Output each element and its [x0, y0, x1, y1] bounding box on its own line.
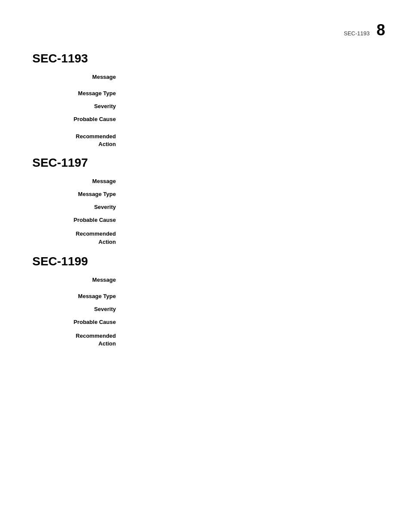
field-label-probable-cause-1199: Probable Cause	[32, 318, 123, 327]
field-row-recommended-action-1199: RecommendedAction	[32, 331, 385, 348]
field-row-probable-cause-1197: Probable Cause	[32, 216, 385, 225]
field-row-message-type-1193: Message Type	[32, 90, 385, 98]
header-section-ref: SEC-1193	[344, 30, 370, 37]
page-header: SEC-1193 8	[344, 22, 385, 38]
page-number: 8	[377, 22, 385, 38]
field-row-recommended-action-1197: RecommendedAction	[32, 229, 385, 246]
field-label-message-type-1193: Message Type	[32, 90, 123, 98]
field-row-message-1193: Message	[32, 73, 385, 82]
field-label-severity-1193: Severity	[32, 103, 123, 111]
field-value-message-type-1199	[123, 292, 385, 301]
field-row-probable-cause-1199: Probable Cause	[32, 318, 385, 327]
section-sec-1197: SEC-1197 Message Message Type Severity P…	[32, 156, 385, 246]
field-row-severity-1193: Severity	[32, 103, 385, 111]
section-title-sec-1197: SEC-1197	[32, 156, 385, 170]
field-label-message-1193: Message	[32, 73, 123, 82]
field-row-severity-1197: Severity	[32, 203, 385, 212]
section-sec-1199: SEC-1199 Message Message Type Severity P…	[32, 255, 385, 348]
field-label-severity-1197: Severity	[32, 203, 123, 212]
field-row-message-1197: Message	[32, 177, 385, 186]
field-row-message-type-1199: Message Type	[32, 292, 385, 301]
field-label-probable-cause-1197: Probable Cause	[32, 216, 123, 225]
field-label-message-type-1197: Message Type	[32, 190, 123, 199]
section-sec-1193: SEC-1193 Message Message Type Severity P…	[32, 52, 385, 148]
field-value-recommended-action-1199	[123, 331, 385, 348]
field-value-recommended-action-1197	[123, 229, 385, 246]
field-label-recommended-action-1199: RecommendedAction	[32, 331, 123, 348]
field-value-message-type-1193	[123, 90, 385, 98]
field-value-severity-1199	[123, 305, 385, 314]
field-label-probable-cause-1193: Probable Cause	[32, 115, 123, 124]
field-row-recommended-action-1193: RecommendedAction	[32, 132, 385, 148]
field-value-probable-cause-1199	[123, 318, 385, 327]
field-row-message-1199: Message	[32, 276, 385, 285]
field-label-recommended-action-1193: RecommendedAction	[32, 132, 123, 148]
section-title-sec-1193: SEC-1193	[32, 52, 385, 65]
field-value-recommended-action-1193	[123, 132, 385, 148]
field-row-probable-cause-1193: Probable Cause	[32, 115, 385, 124]
field-value-message-type-1197	[123, 190, 385, 199]
section-title-sec-1199: SEC-1199	[32, 255, 385, 268]
field-value-message-1197	[123, 177, 385, 186]
field-label-message-1199: Message	[32, 276, 123, 285]
field-row-message-type-1197: Message Type	[32, 190, 385, 199]
field-value-severity-1193	[123, 103, 385, 111]
field-value-message-1193	[123, 73, 385, 82]
field-label-message-type-1199: Message Type	[32, 292, 123, 301]
field-value-probable-cause-1193	[123, 115, 385, 124]
field-row-severity-1199: Severity	[32, 305, 385, 314]
field-value-probable-cause-1197	[123, 216, 385, 225]
field-value-severity-1197	[123, 203, 385, 212]
page-content: SEC-1193 Message Message Type Severity P…	[0, 0, 411, 348]
field-value-message-1199	[123, 276, 385, 285]
field-label-recommended-action-1197: RecommendedAction	[32, 229, 123, 246]
field-label-message-1197: Message	[32, 177, 123, 186]
field-label-severity-1199: Severity	[32, 305, 123, 314]
